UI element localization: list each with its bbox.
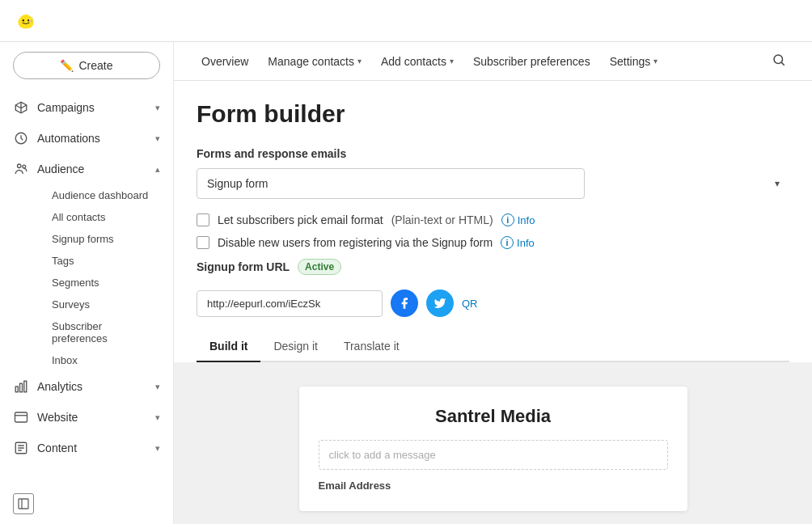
sidebar-footer [0,484,173,524]
nav-overview[interactable]: Overview [193,42,256,81]
checkbox-1-label: Let subscribers pick email format [218,213,383,226]
signup-url-row: Signup form URL Active [197,259,789,275]
preview-card: Santrel Media click to add a message Ema… [299,387,687,511]
nav-manage-contacts[interactable]: Manage contacts ▾ [260,42,370,81]
sidebar-item-automations[interactable]: Automations ▾ [0,123,173,154]
svg-point-8 [23,165,26,168]
automations-icon [13,130,29,146]
add-contacts-arrow: ▾ [450,57,454,66]
content-chevron: ▾ [155,443,160,454]
checkbox-row-2: Disable new users from registering via t… [197,236,789,249]
analytics-icon [13,378,29,395]
nav-add-contacts[interactable]: Add contacts ▾ [373,42,462,81]
svg-rect-14 [19,499,28,509]
audience-icon [13,161,29,177]
sidebar-item-content[interactable]: Content ▾ [0,433,173,463]
sidebar: ✏️ Create Campaigns ▾ Automations ▾ [0,42,174,524]
sidebar-item-campaigns[interactable]: Campaigns ▾ [0,92,173,123]
sidebar-item-audience[interactable]: Audience ▴ [0,154,173,184]
active-badge: Active [298,259,341,275]
checkbox-disable-register[interactable] [197,236,209,249]
audience-submenu: Audience dashboard All contacts Signup f… [0,184,173,371]
checkbox-2-label: Disable new users from registering via t… [218,236,493,249]
forms-section-label: Forms and response emails [197,147,789,160]
preview-company-name: Santrel Media [319,406,668,427]
sidebar-sub-subscriber-preferences[interactable]: Subscriber preferences [39,315,173,349]
form-select-wrapper: Signup formResponse emailUnsubscribe for… [197,168,789,199]
website-chevron: ▾ [155,412,160,423]
sidebar-sub-all-contacts[interactable]: All contacts [39,206,173,228]
analytics-chevron: ▾ [155,382,160,392]
tab-translate-it[interactable]: Translate it [331,332,412,362]
website-icon [13,409,29,425]
checkbox-email-format[interactable] [197,213,209,226]
content-icon [13,440,29,456]
signup-url-input-row: QR [197,289,789,317]
tabs-row: Build it Design it Translate it [197,332,789,362]
sidebar-sub-signup-forms[interactable]: Signup forms [39,228,173,250]
tab-build-it[interactable]: Build it [197,332,260,362]
secondary-nav: Overview Manage contacts ▾ Add contacts … [174,42,812,81]
top-bar [0,0,812,42]
svg-point-2 [23,19,24,21]
manage-contacts-arrow: ▾ [357,57,362,66]
campaigns-icon [13,99,29,116]
nav-subscriber-preferences[interactable]: Subscriber preferences [465,42,598,81]
pencil-icon: ✏️ [60,59,74,72]
preview-email-label: Email Address [319,480,668,492]
content-area: Overview Manage contacts ▾ Add contacts … [174,42,812,524]
campaigns-chevron: ▾ [155,103,160,113]
signup-url-label: Signup form URL [197,260,290,273]
form-preview: Santrel Media click to add a message Ema… [174,362,812,524]
checkbox-row-1: Let subscribers pick email format (Plain… [197,213,789,226]
form-select[interactable]: Signup formResponse emailUnsubscribe for… [197,168,585,199]
automations-chevron: ▾ [155,133,160,144]
search-button[interactable] [765,46,793,77]
page-content: Form builder Forms and response emails S… [174,81,812,524]
svg-rect-10 [20,383,23,392]
sidebar-item-analytics[interactable]: Analytics ▾ [0,371,173,402]
svg-point-15 [774,55,783,64]
sidebar-item-website[interactable]: Website ▾ [0,402,173,433]
info-badge-1[interactable]: i Info [501,213,535,226]
info-circle-icon-2: i [501,236,514,249]
info-circle-icon-1: i [501,213,514,226]
main-layout: ✏️ Create Campaigns ▾ Automations ▾ [0,42,812,524]
select-arrow-icon: ▾ [775,178,780,189]
preview-message-placeholder[interactable]: click to add a message [319,440,668,470]
checkbox-1-subtext: (Plain-text or HTML) [391,213,493,226]
svg-rect-12 [15,412,27,422]
qr-link[interactable]: QR [462,298,478,310]
sidebar-sub-segments[interactable]: Segments [39,272,173,294]
sidebar-toggle-button[interactable] [13,493,34,514]
svg-point-5 [30,20,32,22]
twitter-share-button[interactable] [426,289,454,317]
sidebar-sub-tags[interactable]: Tags [39,250,173,272]
audience-chevron: ▴ [155,164,160,175]
sidebar-sub-inbox[interactable]: Inbox [39,349,173,371]
facebook-share-button[interactable] [391,289,418,317]
page-title: Form builder [197,100,789,128]
info-badge-2[interactable]: i Info [501,236,535,249]
svg-point-7 [18,164,22,168]
settings-arrow: ▾ [653,57,658,66]
sidebar-sub-surveys[interactable]: Surveys [39,294,173,315]
tab-design-it[interactable]: Design it [260,332,330,362]
signup-url-input[interactable] [197,290,383,317]
create-button[interactable]: ✏️ Create [13,52,160,79]
mailchimp-logo[interactable] [13,8,39,34]
sidebar-sub-audience-dashboard[interactable]: Audience dashboard [39,184,173,206]
nav-settings[interactable]: Settings ▾ [602,42,666,81]
svg-rect-9 [15,387,18,392]
svg-rect-11 [24,381,27,392]
